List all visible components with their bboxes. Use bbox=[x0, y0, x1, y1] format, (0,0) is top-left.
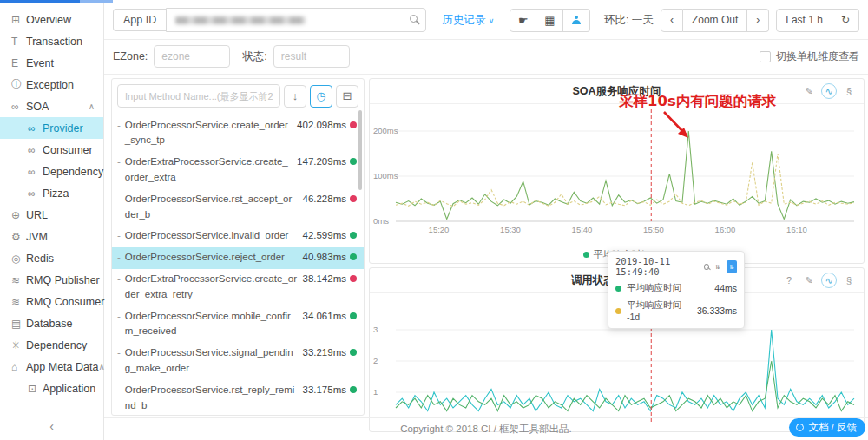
app-id-input[interactable] bbox=[166, 8, 426, 32]
sidebar-item-consumer[interactable]: ∞Consumer bbox=[0, 139, 103, 161]
page: ⊞OverviewTTransactionEEventⓘException∞SO… bbox=[0, 0, 868, 440]
single-host-label: 切换单机维度查看 bbox=[776, 49, 859, 64]
redis-icon: ◎ bbox=[11, 253, 26, 265]
method-row[interactable]: -OrderExtraProcessorService.create_order… bbox=[112, 269, 364, 306]
link-icon[interactable]: § bbox=[841, 83, 857, 99]
application-icon: ⊡ bbox=[28, 383, 43, 395]
list-scrollbar[interactable] bbox=[358, 110, 362, 190]
collapse-list-button[interactable]: ⊟ bbox=[336, 85, 358, 108]
search-icon[interactable] bbox=[410, 15, 418, 23]
sidebar-item-dependency[interactable]: ✳Dependency bbox=[0, 334, 103, 356]
single-host-checkbox[interactable] bbox=[760, 51, 771, 62]
edit-icon[interactable]: ✎ bbox=[801, 273, 817, 288]
chart-type-icon[interactable]: ∿ bbox=[821, 83, 837, 99]
tooltip-row: 平均响应时间44ms bbox=[615, 282, 737, 294]
annotation-arrow-icon bbox=[657, 109, 697, 144]
download-button[interactable]: ↓ bbox=[284, 85, 306, 108]
database-icon: ▤ bbox=[11, 318, 26, 330]
response-time-chart[interactable]: 0ms100ms200ms15:2015:3015:4015:5016:0016… bbox=[370, 104, 860, 243]
method-response-time: 33.219ms bbox=[302, 345, 346, 361]
sidebar-item-transaction[interactable]: TTransaction bbox=[0, 30, 103, 52]
history-link[interactable]: 历史记录 ∨ bbox=[442, 13, 494, 28]
method-row[interactable]: -OrderProcessorService.rst_reply_remind_… bbox=[112, 379, 364, 415]
method-row[interactable]: -OrderProcessorService.signal_pending_ma… bbox=[112, 343, 364, 380]
sidebar-item-label: URL bbox=[26, 209, 48, 221]
status-dot-green bbox=[350, 232, 357, 239]
sidebar-item-pizza[interactable]: ∞Pizza bbox=[0, 182, 103, 204]
sidebar-item-application[interactable]: ⊡Application bbox=[0, 378, 103, 399]
method-name: OrderExtraProcessorService.create_order_… bbox=[125, 272, 298, 303]
ezone-input[interactable] bbox=[154, 45, 230, 68]
status-dot-red bbox=[350, 121, 357, 128]
filter-bar: EZone: 状态: 切换单机维度查看 bbox=[104, 40, 868, 75]
sidebar-item-soa-dependency[interactable]: ∞Dependency bbox=[0, 161, 103, 182]
rmq-consumer-icon: ≋ bbox=[11, 296, 26, 308]
status-dot-red bbox=[350, 195, 357, 202]
sidebar-item-overview[interactable]: ⊞Overview bbox=[0, 9, 103, 30]
sidebar-item-exception[interactable]: ⓘException bbox=[0, 74, 103, 95]
time-next-button[interactable]: › bbox=[747, 9, 769, 32]
sidebar-item-jvm[interactable]: ⚙JVM bbox=[0, 226, 103, 247]
sidebar-item-label: Exception bbox=[26, 79, 74, 91]
time-prev-button[interactable]: ‹ bbox=[661, 9, 683, 32]
method-search-input[interactable] bbox=[117, 84, 280, 108]
tooltip-rows: 平均响应时间44ms平均响应时间 -1d36.333ms bbox=[615, 282, 737, 322]
range-group: Last 1 h ↻ bbox=[776, 9, 859, 32]
refresh-button[interactable]: ↻ bbox=[832, 9, 859, 32]
sidebar-item-provider[interactable]: ∞Provider bbox=[0, 117, 103, 139]
sidebar-item-app-meta-data[interactable]: ⌂App Meta Data∧ bbox=[0, 356, 103, 378]
sidebar-item-soa[interactable]: ∞SOA∧ bbox=[0, 95, 103, 117]
status-dot-green bbox=[350, 253, 357, 260]
status-dot-green bbox=[350, 158, 357, 165]
chart-tooltip: 2019-10-11 15:49:40 ⇅ ⇅ 平均响应时间44ms平均响应时间… bbox=[608, 251, 745, 329]
method-row[interactable]: -OrderProcessorService.rst_accept_order_… bbox=[112, 188, 364, 226]
sort-active-icon[interactable]: ⇅ bbox=[727, 260, 737, 273]
sidebar-item-event[interactable]: EEvent bbox=[0, 52, 103, 74]
method-row[interactable]: -OrderProcessorService.mobile_confirm_re… bbox=[112, 305, 364, 343]
svg-text:15:20: 15:20 bbox=[429, 225, 450, 234]
sidebar: ⊞OverviewTTransactionEEventⓘException∞SO… bbox=[0, 0, 104, 440]
chart-type-icon[interactable]: ∿ bbox=[821, 273, 837, 288]
sidebar-item-redis[interactable]: ◎Redis bbox=[0, 247, 103, 269]
sidebar-item-rmq-publisher[interactable]: ≋RMQ Publisher bbox=[0, 269, 103, 291]
app-meta-data-icon: ⌂ bbox=[11, 361, 26, 373]
edit-icon[interactable]: ✎ bbox=[801, 83, 817, 99]
user-view-button[interactable] bbox=[563, 9, 590, 32]
chart2-actions: ? ✎ ∿ § bbox=[781, 273, 857, 288]
sidebar-collapse-button[interactable]: ‹ bbox=[0, 419, 103, 433]
svg-text:200ms: 200ms bbox=[373, 126, 398, 135]
help-icon[interactable]: ? bbox=[781, 273, 797, 288]
status-input[interactable] bbox=[273, 45, 350, 68]
hand-tool-button[interactable]: ☛ bbox=[510, 9, 536, 32]
sidebar-item-url[interactable]: ⊕URL bbox=[0, 204, 103, 226]
chevron-up-icon: ∧ bbox=[89, 102, 95, 111]
series-dot bbox=[615, 308, 621, 314]
clock-icon: ◷ bbox=[316, 89, 326, 102]
method-row[interactable]: -OrderProcessorService.invalid_order42.5… bbox=[112, 226, 364, 247]
sidebar-item-database[interactable]: ▤Database bbox=[0, 312, 103, 334]
time-mode-button[interactable]: ◷ bbox=[310, 85, 332, 108]
sort-icon[interactable]: ⇅ bbox=[713, 260, 723, 273]
feedback-icon bbox=[796, 424, 804, 431]
time-range-button[interactable]: Last 1 h bbox=[776, 9, 832, 32]
zoom-out-button[interactable]: Zoom Out bbox=[683, 9, 747, 32]
charts-panel: SOA服务响应时间 ✎ ∿ § 0ms100ms200ms15:2015:301… bbox=[369, 78, 865, 416]
method-row[interactable]: -OrderProcessorService.reject_order40.98… bbox=[112, 247, 364, 269]
sidebar-item-label: Overview bbox=[26, 14, 71, 26]
grid-view-button[interactable]: ▦ bbox=[536, 9, 563, 32]
method-name: OrderProcessorService.create_order_sync_… bbox=[125, 118, 292, 149]
sidebar-item-label: JVM bbox=[26, 231, 48, 243]
svg-text:16:10: 16:10 bbox=[786, 225, 807, 234]
sidebar-item-rmq-consumer[interactable]: ≋RMQ Consumer bbox=[0, 291, 103, 312]
transaction-icon: T bbox=[11, 36, 26, 48]
link-icon[interactable]: § bbox=[841, 273, 857, 288]
pizza-icon: ∞ bbox=[28, 187, 43, 200]
method-row[interactable]: -OrderExtraProcessorService.create_order… bbox=[112, 152, 364, 189]
magnifier-icon[interactable] bbox=[704, 264, 709, 270]
method-name: OrderProcessorService.rst_reply_remind_b bbox=[125, 383, 298, 414]
sidebar-item-label: Provider bbox=[43, 122, 83, 135]
feedback-button[interactable]: 文档 / 反馈 bbox=[789, 418, 865, 437]
response-time-chart-card: SOA服务响应时间 ✎ ∿ § 0ms100ms200ms15:2015:301… bbox=[369, 78, 865, 264]
method-row[interactable]: -OrderProcessorService.create_order_sync… bbox=[112, 115, 364, 152]
sidebar-item-label: Event bbox=[26, 57, 54, 69]
